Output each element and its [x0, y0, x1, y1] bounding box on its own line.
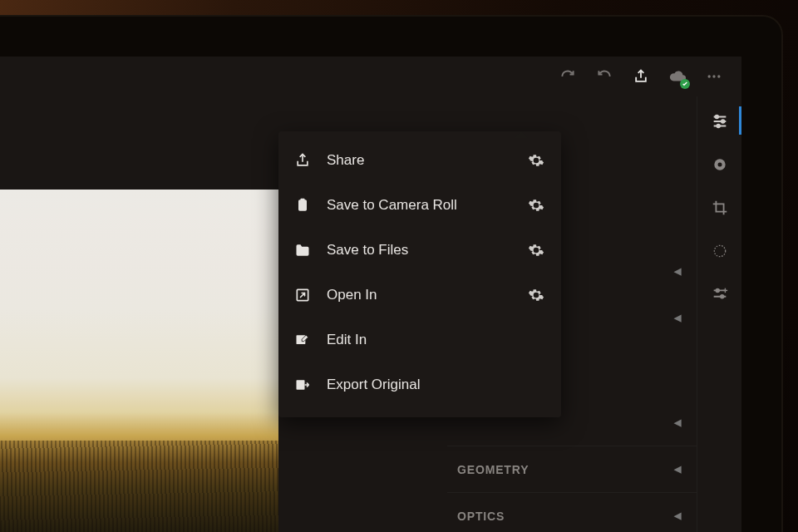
svg-point-8 — [714, 245, 725, 256]
menu-label: Save to Files — [327, 242, 513, 259]
presets-icon[interactable] — [710, 284, 730, 304]
open-in-icon — [293, 286, 312, 304]
menu-label: Save to Camera Roll — [327, 197, 513, 214]
more-icon[interactable] — [705, 67, 723, 86]
healing-brush-icon[interactable] — [710, 155, 730, 175]
svg-point-2 — [717, 75, 720, 77]
svg-point-1 — [712, 75, 715, 77]
adjust-sliders-icon[interactable] — [710, 111, 730, 131]
menu-label: Export Original — [327, 377, 544, 393]
panel-label: OPTICS — [457, 510, 505, 523]
svg-point-5 — [717, 125, 720, 128]
svg-point-10 — [720, 295, 723, 298]
menu-item-open-in[interactable]: Open In — [278, 273, 561, 318]
undo-icon[interactable] — [595, 67, 613, 86]
share-icon[interactable] — [632, 67, 650, 86]
svg-point-7 — [717, 163, 722, 167]
menu-item-share[interactable]: Share — [278, 138, 561, 183]
chevron-left-icon: ◀ — [674, 510, 682, 521]
svg-point-3 — [715, 116, 718, 119]
svg-point-9 — [716, 289, 719, 293]
chevron-left-icon: ◀ — [674, 313, 682, 323]
svg-rect-11 — [298, 200, 307, 210]
gear-icon[interactable] — [528, 287, 544, 303]
tool-active-indicator — [739, 106, 741, 135]
device-bezel: ◀ ◀ ◀ GEOMETRY ◀ OPTICS ◀ — [0, 15, 783, 532]
svg-point-4 — [721, 120, 724, 123]
folder-icon — [293, 241, 312, 259]
sync-ok-badge — [680, 79, 690, 89]
masking-icon[interactable] — [710, 241, 730, 261]
svg-rect-15 — [297, 380, 305, 390]
cloud-sync-icon[interactable] — [668, 67, 687, 86]
gear-icon[interactable] — [528, 152, 544, 169]
chevron-left-icon: ◀ — [674, 464, 682, 475]
panel-geometry[interactable]: GEOMETRY ◀ — [447, 446, 697, 492]
chevron-left-icon: ◀ — [674, 417, 682, 428]
svg-rect-12 — [301, 199, 305, 201]
photo-foreground — [0, 441, 278, 532]
svg-point-0 — [708, 75, 711, 77]
edit-in-icon — [293, 331, 312, 349]
menu-item-export-original[interactable]: Export Original — [278, 362, 561, 407]
top-toolbar — [540, 57, 741, 96]
crop-icon[interactable] — [710, 198, 730, 218]
share-popover: Share Save to Camera Roll Save to File — [278, 131, 561, 417]
panel-optics[interactable]: OPTICS ◀ — [447, 492, 697, 532]
redo-icon[interactable] — [559, 67, 577, 86]
gear-icon[interactable] — [528, 242, 544, 259]
menu-label: Share — [327, 152, 513, 169]
photo-canvas[interactable] — [0, 190, 278, 532]
right-toolbar — [697, 96, 741, 532]
panel-label: GEOMETRY — [457, 463, 529, 476]
share-icon — [293, 151, 312, 170]
menu-label: Edit In — [327, 332, 544, 348]
menu-item-save-files[interactable]: Save to Files — [278, 228, 561, 273]
gear-icon[interactable] — [528, 197, 544, 214]
export-icon — [293, 376, 312, 394]
menu-item-edit-in[interactable]: Edit In — [278, 318, 561, 362]
menu-label: Open In — [327, 287, 513, 303]
menu-item-save-camera-roll[interactable]: Save to Camera Roll — [278, 183, 561, 228]
app-screen: ◀ ◀ ◀ GEOMETRY ◀ OPTICS ◀ — [0, 57, 741, 532]
camera-roll-icon — [293, 196, 312, 214]
chevron-left-icon: ◀ — [674, 266, 682, 277]
